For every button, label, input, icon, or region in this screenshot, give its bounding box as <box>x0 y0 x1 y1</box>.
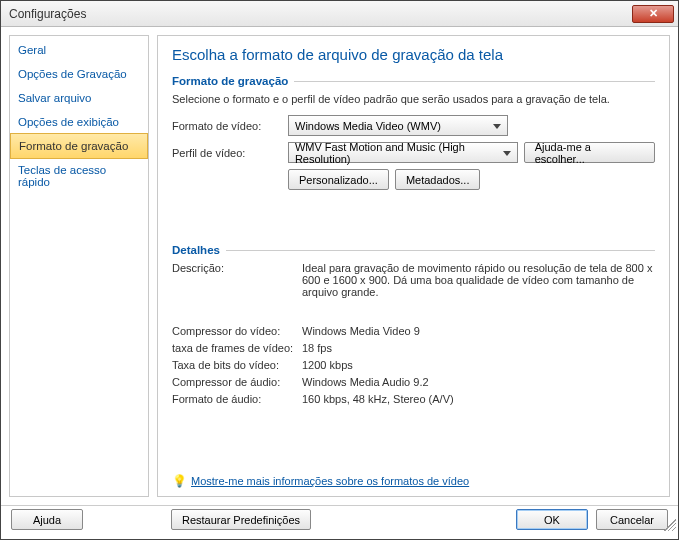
instruction-text: Selecione o formato e o perfil de vídeo … <box>172 93 655 105</box>
titlebar: Configurações ✕ <box>1 1 678 27</box>
resize-grip[interactable] <box>664 519 676 531</box>
audio-compressor-label: Compressor de áudio: <box>172 376 302 388</box>
audio-compressor-value: Windows Media Audio 9.2 <box>302 376 655 388</box>
video-compressor-label: Compressor do vídeo: <box>172 325 302 337</box>
video-bitrate-value: 1200 kbps <box>302 359 655 371</box>
video-format-value: Windows Media Video (WMV) <box>295 120 441 132</box>
sidebar-item-general[interactable]: Geral <box>10 38 148 62</box>
metadata-button[interactable]: Metadados... <box>395 169 481 190</box>
sidebar-item-save-file[interactable]: Salvar arquivo <box>10 86 148 110</box>
footer: Ajuda Restaurar Predefinições OK Cancela… <box>1 505 678 533</box>
cancel-button[interactable]: Cancelar <box>596 509 668 530</box>
ok-button[interactable]: OK <box>516 509 588 530</box>
video-format-label: Formato de vídeo: <box>172 120 282 132</box>
lightbulb-icon: 💡 <box>172 474 187 488</box>
fps-value: 18 fps <box>302 342 655 354</box>
video-compressor-value: Windows Media Video 9 <box>302 325 655 337</box>
video-bitrate-label: Taxa de bits do vídeo: <box>172 359 302 371</box>
sidebar-item-display-options[interactable]: Opções de exibição <box>10 110 148 134</box>
help-button[interactable]: Ajuda <box>11 509 83 530</box>
help-choose-button[interactable]: Ajuda-me a escolher... <box>524 142 655 163</box>
custom-button[interactable]: Personalizado... <box>288 169 389 190</box>
more-info-link[interactable]: Mostre-me mais informações sobre os form… <box>191 475 469 487</box>
video-format-dropdown[interactable]: Windows Media Video (WMV) <box>288 115 508 136</box>
more-info-row: 💡 Mostre-me mais informações sobre os fo… <box>172 474 469 488</box>
window-title: Configurações <box>9 7 632 21</box>
audio-format-value: 160 kbps, 48 kHz, Stereo (A/V) <box>302 393 655 405</box>
description-label: Descrição: <box>172 262 302 298</box>
close-button[interactable]: ✕ <box>632 5 674 23</box>
fps-label: taxa de frames de vídeo: <box>172 342 302 354</box>
audio-format-label: Formato de áudio: <box>172 393 302 405</box>
restore-defaults-button[interactable]: Restaurar Predefinições <box>171 509 311 530</box>
sidebar: Geral Opções de Gravação Salvar arquivo … <box>9 35 149 497</box>
sidebar-item-recording-format[interactable]: Formato de gravação <box>10 133 148 159</box>
close-icon: ✕ <box>649 7 658 20</box>
sidebar-item-hotkeys[interactable]: Teclas de acesso rápido <box>10 158 148 194</box>
sidebar-item-recording-options[interactable]: Opções de Gravação <box>10 62 148 86</box>
page-title: Escolha a formato de arquivo de gravação… <box>172 46 655 63</box>
description-value: Ideal para gravação de movimento rápido … <box>302 262 655 298</box>
video-profile-dropdown[interactable]: WMV Fast Motion and Music (High Resoluti… <box>288 142 518 163</box>
main-panel: Escolha a formato de arquivo de gravação… <box>157 35 670 497</box>
video-profile-value: WMV Fast Motion and Music (High Resoluti… <box>295 141 511 165</box>
group-details: Detalhes <box>172 244 655 256</box>
group-recording-format: Formato de gravação <box>172 75 655 87</box>
video-profile-label: Perfil de vídeo: <box>172 147 282 159</box>
